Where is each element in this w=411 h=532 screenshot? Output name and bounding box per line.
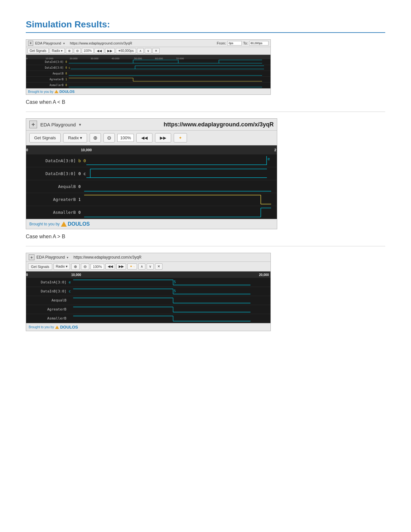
close-btn-small[interactable]: ✕ bbox=[152, 48, 160, 54]
case2-label: Case when A > B bbox=[26, 234, 385, 240]
signal-row-asmallerb-small: AsmallerB 0 bbox=[26, 83, 270, 88]
rewind-btn-small[interactable]: ◀◀ bbox=[94, 48, 104, 54]
radix-btn-small[interactable]: Radix ▾ bbox=[50, 48, 65, 54]
marker-btn-medium[interactable]: ✦ - bbox=[127, 263, 137, 270]
url-small: https://www.edaplayground.com/x/3yqR bbox=[70, 41, 215, 45]
waveform-widget-large: + EDA Playground ▾ https://www.edaplaygr… bbox=[26, 118, 277, 229]
plus-icon-medium[interactable]: + bbox=[29, 254, 34, 260]
dropdown-arrow-small[interactable]: ▾ bbox=[63, 42, 65, 45]
forward-btn-medium[interactable]: ▶▶ bbox=[116, 263, 126, 270]
signal-name-dataina-large: DataInA[3:0] bbox=[26, 158, 78, 163]
zoom-out-btn-medium[interactable]: ⊖ bbox=[81, 263, 89, 270]
signal-name-agreaterb-medium: AgreaterB bbox=[26, 307, 68, 311]
to-input-small[interactable] bbox=[249, 41, 269, 45]
signal-wave-aequalb-large bbox=[84, 180, 277, 193]
get-signals-btn-small[interactable]: Get Signals bbox=[27, 48, 49, 54]
doulos-name-large: DOULOS bbox=[68, 221, 90, 227]
signals-area-small: DataInA[3:0] 0 DataInB[3:0] 0 c bbox=[26, 59, 270, 88]
signal-wave-datainb-small bbox=[71, 65, 270, 71]
divider2 bbox=[26, 246, 385, 246]
zoom-out-btn-small[interactable]: ⊖ bbox=[74, 48, 81, 54]
up-btn-small[interactable]: ∧ bbox=[137, 48, 144, 54]
footer-large: Brought to you by DOULOS bbox=[26, 219, 277, 229]
marker-btn-large[interactable]: ✦ bbox=[174, 133, 187, 143]
signal-name-dataina-medium: DataInA[3:0] bbox=[26, 280, 68, 284]
signal-name-dataina-small: DataInA[3:0] bbox=[26, 61, 65, 64]
ruler-large: 0 10,000 2 bbox=[26, 145, 277, 154]
doulos-name-small: DOULOS bbox=[59, 90, 74, 94]
radix-btn-medium[interactable]: Radix ▾ bbox=[54, 263, 70, 270]
signal-wave-asmallerb-large bbox=[84, 206, 277, 219]
signal-wave-datainb-large bbox=[86, 167, 277, 180]
ruler-small: 0 10,000 20,000 30,000 40,000 50,000 60,… bbox=[26, 55, 270, 59]
down-btn-small[interactable]: ∨ bbox=[145, 48, 152, 54]
signal-name-asmallerb-medium: AsmallerB bbox=[26, 316, 68, 320]
dropdown-arrow-large[interactable]: ▾ bbox=[79, 122, 81, 127]
signal-name-aequalb-small: AequalB bbox=[26, 72, 65, 75]
marker-btn-small[interactable]: ✦60,000ps bbox=[116, 48, 136, 54]
waveform-widget-small: + EDA Playground ▾ https://www.edaplaygr… bbox=[26, 39, 271, 95]
plus-icon-large[interactable]: + bbox=[29, 121, 37, 128]
signal-name-datainb-medium: DataInB[3:0] bbox=[26, 289, 68, 293]
signal-wave-dataina-medium: 5 bbox=[73, 278, 270, 287]
signals-area-medium: DataInA[3:0] e 5 DataInB[3:0] c 5 bbox=[26, 278, 270, 323]
footer-small: Brought to you by DOULOS bbox=[26, 88, 270, 94]
app-name-medium: EDA Playground bbox=[36, 255, 65, 260]
zoom-in-btn-medium[interactable]: ⊕ bbox=[71, 263, 80, 270]
forward-btn-small[interactable]: ▶▶ bbox=[105, 48, 115, 54]
footer-text-small: Brought to you by bbox=[28, 90, 53, 94]
get-signals-btn-medium[interactable]: Get Signals bbox=[28, 263, 52, 270]
signal-val-aequalb-large: 0 bbox=[78, 184, 84, 189]
zoom-out-btn-large[interactable]: ⊖ bbox=[103, 133, 115, 143]
zoom-val-medium: 100% bbox=[91, 264, 104, 270]
radix-btn-large[interactable]: Radix ▾ bbox=[63, 133, 87, 143]
titlebar-small: + EDA Playground ▾ https://www.edaplaygr… bbox=[26, 40, 270, 47]
signal-val-agreaterb-large: 1 bbox=[78, 197, 84, 202]
signal-wave-aequalb-small bbox=[69, 71, 270, 76]
doulos-name-medium: DOULOS bbox=[60, 325, 78, 330]
waveform-widget-medium: + EDA Playground ▾ https://www.edaplaygr… bbox=[26, 253, 271, 331]
to-label-small: To: bbox=[243, 41, 248, 45]
get-signals-btn-large[interactable]: Get Signals bbox=[29, 133, 61, 143]
from-label-small: From: bbox=[217, 41, 226, 45]
up-btn-medium[interactable]: ∧ bbox=[138, 263, 145, 270]
case1-label: Case when A < B bbox=[26, 99, 385, 105]
signal-name-datainb-large: DataInB[3:0] bbox=[26, 171, 78, 176]
zoom-in-btn-large[interactable]: ⊕ bbox=[90, 133, 101, 143]
plus-icon-small[interactable]: + bbox=[28, 41, 33, 46]
signal-val-asmallerb-small: 0 bbox=[65, 84, 69, 87]
doulos-triangle-small bbox=[54, 90, 58, 93]
signal-val-agreaterb-small: 1 bbox=[65, 78, 69, 81]
zoom-val-large: 100% bbox=[117, 134, 134, 142]
divider1 bbox=[26, 112, 385, 112]
signal-row-agreaterb-medium: AgreaterB bbox=[26, 305, 270, 314]
signal-wave-agreaterb-large bbox=[84, 193, 277, 206]
signal-wave-agreaterb-medium bbox=[73, 305, 270, 314]
rewind-btn-medium[interactable]: ◀◀ bbox=[105, 263, 115, 270]
from-input-small[interactable] bbox=[227, 41, 242, 45]
signal-val-asmallerb-large: 0 bbox=[78, 210, 84, 215]
forward-btn-large[interactable]: ▶▶ bbox=[155, 133, 171, 143]
page-title: Simulation Results: bbox=[26, 19, 385, 33]
signal-wave-aequalb-medium bbox=[73, 296, 270, 305]
down-btn-medium[interactable]: ∨ bbox=[147, 263, 154, 270]
signal-row-asmallerb-medium: AsmallerB bbox=[26, 314, 270, 323]
titlebar-medium: + EDA Playground ▾ https://www.edaplaygr… bbox=[26, 253, 270, 262]
close-btn-medium[interactable]: ✕ bbox=[155, 263, 162, 270]
dropdown-arrow-medium[interactable]: ▾ bbox=[67, 256, 68, 259]
signal-row-dataina-medium: DataInA[3:0] e 5 bbox=[26, 278, 270, 287]
footer-text-medium: Brought to you by bbox=[29, 325, 54, 329]
signal-name-agreaterb-small: AgreaterB bbox=[26, 78, 65, 81]
signal-wave-datainb-medium: 5 bbox=[73, 287, 270, 296]
ruler-medium: 0 10,000 20,000 bbox=[26, 271, 270, 278]
signal-row-datainb-small: DataInB[3:0] 0 c bbox=[26, 65, 270, 71]
signal-val-dataina-large: b 0 bbox=[78, 158, 86, 163]
rewind-btn-large[interactable]: ◀◀ bbox=[136, 133, 152, 143]
signal-name-agreaterb-large: AgreaterB bbox=[26, 197, 78, 202]
signal-val-datainb-medium: c bbox=[68, 289, 73, 293]
signal-name-asmallerb-small: AsmallerB bbox=[26, 84, 65, 87]
signal-name-datainb-small: DataInB[3:0] bbox=[26, 66, 65, 69]
zoom-in-btn-small[interactable]: ⊕ bbox=[66, 48, 73, 54]
url-medium: https://www.edaplayground.com/x/3yqR bbox=[73, 255, 268, 260]
doulos-triangle-large bbox=[61, 222, 67, 227]
